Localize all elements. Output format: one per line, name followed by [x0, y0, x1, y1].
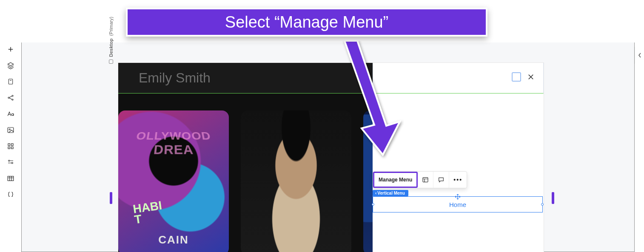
more-options-button[interactable]: •••: [449, 172, 467, 188]
svg-point-2: [12, 95, 13, 96]
svg-rect-14: [423, 178, 428, 182]
collapse-right-icon[interactable]: [635, 47, 644, 64]
viewport-name: Desktop: [108, 39, 114, 57]
card1-name: CAIN: [118, 233, 229, 246]
svg-rect-9: [8, 147, 10, 149]
svg-point-12: [11, 162, 13, 164]
resize-handle-right[interactable]: [541, 203, 544, 206]
comment-button[interactable]: [433, 172, 449, 188]
site-title: Emily Smith: [139, 70, 211, 86]
svg-point-6: [9, 129, 10, 130]
mobile-menu-panel-header: [373, 63, 544, 93]
svg-point-1: [8, 97, 9, 99]
viewport-label[interactable]: Desktop (Primary): [108, 13, 114, 64]
braces-icon[interactable]: [6, 190, 15, 199]
close-icon[interactable]: [527, 73, 535, 81]
manage-menu-button[interactable]: Manage Menu: [373, 172, 418, 188]
tag-label: Vertical Menu: [377, 191, 405, 195]
selection-box-icon[interactable]: [512, 72, 521, 82]
element-type-tag[interactable]: ‹ Vertical Menu: [373, 190, 408, 196]
table-icon[interactable]: [6, 174, 15, 183]
plus-icon[interactable]: [6, 45, 15, 54]
instruction-banner: Select “Manage Menu”: [126, 8, 487, 37]
sliders-icon[interactable]: [6, 158, 15, 167]
hero-gallery: OLLYWOOD DREA HABIT CAIN: [118, 93, 373, 252]
manage-menu-label: Manage Menu: [379, 177, 412, 183]
selected-menu-item[interactable]: Home: [373, 196, 543, 212]
viewport-suffix: (Primary): [108, 17, 114, 36]
gallery-card-2: [241, 110, 351, 252]
site-header: Emily Smith: [118, 63, 373, 93]
grid-icon[interactable]: [6, 142, 15, 150]
instruction-text: Select “Manage Menu”: [225, 13, 388, 31]
svg-point-4: [11, 113, 14, 116]
image-icon[interactable]: [6, 126, 15, 134]
svg-rect-10: [11, 147, 14, 149]
svg-rect-13: [8, 176, 14, 181]
element-floating-toolbar: Manage Menu •••: [373, 171, 467, 188]
layout-button[interactable]: [418, 172, 433, 188]
gallery-card-1: OLLYWOOD DREA HABIT CAIN: [118, 110, 229, 252]
svg-rect-5: [8, 127, 14, 133]
share-icon[interactable]: [6, 93, 15, 102]
svg-rect-8: [11, 144, 14, 146]
guide-tick-right: [552, 192, 554, 204]
card1-badge: HABIT: [132, 200, 164, 225]
page-icon[interactable]: [6, 77, 15, 86]
move-icon: [454, 193, 461, 200]
more-dots-icon: •••: [453, 176, 462, 183]
gallery-card-3: [363, 110, 373, 252]
viewport-indicator-icon: [109, 59, 113, 64]
svg-point-3: [12, 99, 13, 100]
layers-icon[interactable]: [6, 61, 15, 70]
svg-rect-7: [8, 144, 10, 146]
card1-arch-text: OLLYWOOD DREA: [118, 130, 229, 157]
tag-chevron-icon: ‹: [375, 191, 376, 195]
resize-handle-left[interactable]: [372, 203, 374, 206]
svg-point-11: [9, 160, 10, 161]
svg-rect-0: [9, 79, 12, 84]
left-toolbar: [0, 42, 21, 199]
artboard: Emily Smith OLLYWOOD DREA HABIT CAIN Man…: [118, 63, 544, 252]
selected-menu-label: Home: [449, 201, 466, 208]
font-icon[interactable]: [6, 110, 15, 118]
guide-tick-left: [110, 192, 112, 204]
